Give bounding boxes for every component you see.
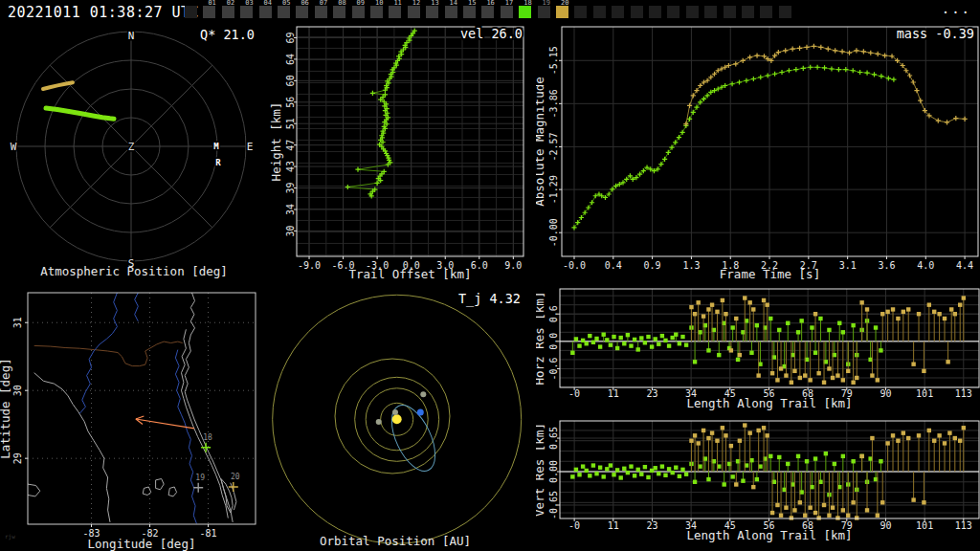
svg-text:3.6: 3.6 bbox=[878, 260, 895, 271]
frame-tab-label: 01 bbox=[208, 0, 215, 7]
frame-tab-blank bbox=[649, 6, 661, 18]
feature-coast-gulf bbox=[34, 373, 110, 522]
frame-tab-15[interactable] bbox=[463, 6, 476, 18]
frame-tab-18[interactable] bbox=[519, 6, 531, 18]
svg-text:-0.65: -0.65 bbox=[548, 491, 559, 519]
frame-tab-blank bbox=[185, 6, 197, 18]
frame-tab-label: 03 bbox=[245, 0, 253, 7]
frame-tab-02[interactable] bbox=[222, 6, 234, 18]
svg-text:101: 101 bbox=[916, 388, 933, 399]
feature-coast-atlantic bbox=[185, 293, 233, 522]
corner-value-label: T_j 4.32 bbox=[458, 291, 521, 307]
svg-text:0.65: 0.65 bbox=[548, 427, 559, 450]
frame-tab-label: 06 bbox=[301, 0, 308, 7]
svg-text:30: 30 bbox=[12, 385, 23, 396]
panel-title: Atmospheric Position [deg] bbox=[40, 264, 228, 278]
x-axis-label: Length Along Trail [km] bbox=[686, 528, 852, 542]
svg-text:29: 29 bbox=[12, 452, 23, 464]
frame-tab-blank bbox=[667, 6, 679, 18]
svg-text:W: W bbox=[11, 141, 17, 153]
orbital-position-panel: T_j 4.32Orbital Position [AU] bbox=[268, 287, 536, 551]
header-bar: 20221011 01:38:27 UTC 010203040506070809… bbox=[0, 0, 980, 24]
x-axis-label: Length Along Trail [km] bbox=[686, 396, 852, 410]
frame-tab-strip: 0102030405060708091011121314151617181920 bbox=[0, 0, 980, 24]
frame-tab-13[interactable] bbox=[426, 6, 438, 18]
frame-tab-10[interactable] bbox=[370, 6, 383, 18]
app-root: { "header": { "datetime": "20221011 01:3… bbox=[0, 0, 980, 551]
x-axis-label: Trail Offset [km] bbox=[349, 267, 472, 281]
svg-text:-0.0: -0.0 bbox=[563, 260, 586, 271]
series-vert-res-station-18 bbox=[570, 452, 883, 496]
frame-tab-label: 02 bbox=[227, 0, 234, 7]
feature-state-border bbox=[34, 342, 183, 366]
planet-marker bbox=[376, 419, 382, 425]
frame-tab-05[interactable] bbox=[278, 6, 290, 18]
frame-tab-label: 09 bbox=[357, 0, 365, 7]
svg-text:23: 23 bbox=[646, 388, 657, 399]
frame-tab-09[interactable] bbox=[352, 6, 365, 18]
frame-tab-label: 11 bbox=[393, 0, 401, 7]
svg-text:-3.86: -3.86 bbox=[548, 89, 559, 118]
frame-tab-19[interactable] bbox=[538, 6, 550, 18]
frame-tab-blank bbox=[593, 6, 606, 18]
svg-text:113: 113 bbox=[955, 388, 972, 399]
frame-tab-label: 13 bbox=[431, 0, 438, 7]
axis-ticks: -0.00.40.91.31.82.22.73.13.64.04.4-0.00-… bbox=[548, 46, 973, 271]
svg-text:60: 60 bbox=[285, 75, 296, 86]
frame-tab-01[interactable] bbox=[203, 6, 215, 18]
grid bbox=[562, 27, 978, 256]
svg-text:0.9: 0.9 bbox=[644, 260, 661, 271]
corner-value-label: vel 26.0 bbox=[460, 26, 523, 41]
svg-text:113: 113 bbox=[955, 520, 972, 531]
frame-tab-label: 10 bbox=[375, 0, 383, 7]
y-axis-label: Horz Res [km] bbox=[536, 292, 546, 386]
streak-meteor-trail-station-18 bbox=[46, 108, 114, 119]
svg-text:11: 11 bbox=[608, 520, 619, 531]
frame-tab-06[interactable] bbox=[296, 6, 308, 18]
frame-tab-17[interactable] bbox=[501, 6, 513, 18]
light-curve-panel: -0.00.40.91.31.82.22.73.13.64.04.4-0.00-… bbox=[536, 24, 980, 287]
frame-tab-label: 12 bbox=[412, 0, 420, 7]
frame-tab-label: 04 bbox=[264, 0, 272, 7]
svg-text:4.4: 4.4 bbox=[956, 260, 973, 271]
svg-text:0.0: 0.0 bbox=[548, 333, 559, 350]
vertical-residuals-panel: -01123344556687990101113-0.650.000.65Len… bbox=[536, 411, 980, 551]
frame-tab-08[interactable] bbox=[333, 6, 345, 18]
overflow-menu-button[interactable]: ... bbox=[942, 1, 971, 16]
frame-tab-blank bbox=[724, 6, 736, 18]
axes-frame bbox=[297, 27, 523, 256]
svg-text:E: E bbox=[247, 141, 254, 153]
atmospheric-position-panel: NSEWZMRQ* 21.0Atmospheric Position [deg] bbox=[0, 24, 268, 287]
svg-text:R: R bbox=[215, 158, 221, 167]
feature-river-north bbox=[135, 293, 139, 321]
frame-tab-12[interactable] bbox=[408, 6, 420, 18]
frame-tab-07[interactable] bbox=[315, 6, 327, 18]
frame-tab-03[interactable] bbox=[240, 6, 253, 18]
svg-text:30: 30 bbox=[285, 225, 296, 236]
trail-offset-panel: -9.0-6.0-3.00.03.06.09.03034394347515660… bbox=[268, 24, 536, 287]
planet-marker bbox=[420, 391, 426, 397]
svg-text:-1.29: -1.29 bbox=[548, 175, 559, 204]
frame-tab-label: 14 bbox=[450, 0, 457, 7]
svg-text:M: M bbox=[213, 142, 219, 151]
feature-west-edge-islands bbox=[28, 484, 40, 496]
frame-tab-blank bbox=[760, 6, 772, 18]
svg-text:9.0: 9.0 bbox=[504, 260, 522, 271]
svg-text:-0.00: -0.00 bbox=[548, 218, 559, 247]
corner-value-label: mass -0.39 bbox=[897, 26, 974, 41]
frame-tab-16[interactable] bbox=[481, 6, 494, 18]
frame-tab-label: 16 bbox=[486, 0, 494, 7]
svg-text:6.0: 6.0 bbox=[471, 260, 488, 271]
svg-text:1.3: 1.3 bbox=[682, 260, 700, 271]
x-axis-label: Frame Time [s] bbox=[720, 267, 820, 281]
frame-tab-20[interactable] bbox=[556, 6, 568, 18]
planet-marker bbox=[392, 409, 398, 415]
frame-tab-04[interactable] bbox=[259, 6, 272, 18]
frame-tab-11[interactable] bbox=[389, 6, 401, 18]
feature-river-suwannee bbox=[79, 293, 117, 413]
frame-tab-14[interactable] bbox=[445, 6, 457, 18]
svg-text:90: 90 bbox=[880, 520, 891, 531]
svg-text:69: 69 bbox=[285, 32, 296, 43]
series-horz-res-station-18 bbox=[570, 317, 883, 368]
frame-tab-blank bbox=[631, 6, 643, 18]
